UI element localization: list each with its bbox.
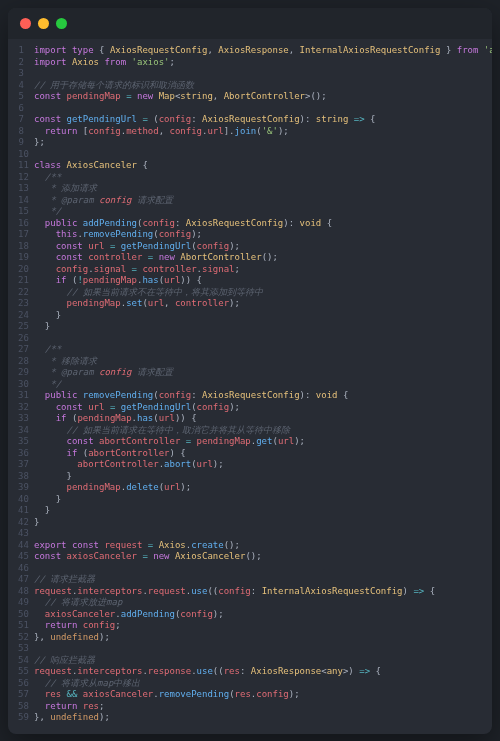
- line-number: 46: [18, 563, 24, 575]
- code-line: const url = getPendingUrl(config);: [34, 402, 492, 414]
- code-line: }: [34, 321, 492, 333]
- line-number: 23: [18, 298, 24, 310]
- line-number: 52: [18, 632, 24, 644]
- line-number: 1: [18, 45, 24, 57]
- code-line: }, undefined);: [34, 632, 492, 644]
- code-line: public removePending(config: AxiosReques…: [34, 390, 492, 402]
- code-line: [34, 103, 492, 115]
- code-line: */: [34, 206, 492, 218]
- line-number: 30: [18, 379, 24, 391]
- code-line: return [config.method, config.url].join(…: [34, 126, 492, 138]
- line-number: 6: [18, 103, 24, 115]
- close-icon[interactable]: [20, 18, 31, 29]
- line-number: 59: [18, 712, 24, 724]
- line-number: 28: [18, 356, 24, 368]
- line-number: 3: [18, 68, 24, 80]
- code-line: const pendingMap = new Map<string, Abort…: [34, 91, 492, 103]
- line-number: 53: [18, 643, 24, 655]
- code-line: [34, 68, 492, 80]
- line-number: 25: [18, 321, 24, 333]
- line-number: 55: [18, 666, 24, 678]
- line-number: 16: [18, 218, 24, 230]
- line-number: 14: [18, 195, 24, 207]
- editor: 1234567891011121314151617181920212223242…: [8, 39, 492, 734]
- line-number: 12: [18, 172, 24, 184]
- titlebar: [8, 8, 492, 39]
- line-number: 34: [18, 425, 24, 437]
- line-number: 29: [18, 367, 24, 379]
- code-line: if (pendingMap.has(url)) {: [34, 413, 492, 425]
- code-line: }, undefined);: [34, 712, 492, 724]
- code-line: import Axios from 'axios';: [34, 57, 492, 69]
- line-number: 51: [18, 620, 24, 632]
- code-line: if (abortController) {: [34, 448, 492, 460]
- line-number: 5: [18, 91, 24, 103]
- code-line: [34, 643, 492, 655]
- minimize-icon[interactable]: [38, 18, 49, 29]
- code-line: * 移除请求: [34, 356, 492, 368]
- line-number: 17: [18, 229, 24, 241]
- line-number: 54: [18, 655, 24, 667]
- line-number: 44: [18, 540, 24, 552]
- line-number: 27: [18, 344, 24, 356]
- code-line: // 将请求从map中移出: [34, 678, 492, 690]
- code-line: axiosCanceler.addPending(config);: [34, 609, 492, 621]
- line-number: 9: [18, 137, 24, 149]
- line-number: 2: [18, 57, 24, 69]
- code-line: this.removePending(config);: [34, 229, 492, 241]
- line-number: 49: [18, 597, 24, 609]
- code-line: }: [34, 471, 492, 483]
- line-number: 4: [18, 80, 24, 92]
- code-line: abortController.abort(url);: [34, 459, 492, 471]
- line-number: 38: [18, 471, 24, 483]
- line-number: 40: [18, 494, 24, 506]
- line-number: 10: [18, 149, 24, 161]
- code-line: if (!pendingMap.has(url)) {: [34, 275, 492, 287]
- code-line: public addPending(config: AxiosRequestCo…: [34, 218, 492, 230]
- line-number: 22: [18, 287, 24, 299]
- code-line: [34, 563, 492, 575]
- code-line: const axiosCanceler = new AxiosCanceler(…: [34, 551, 492, 563]
- line-number: 50: [18, 609, 24, 621]
- line-gutter: 1234567891011121314151617181920212223242…: [8, 45, 34, 724]
- line-number: 31: [18, 390, 24, 402]
- line-number: 19: [18, 252, 24, 264]
- code-line: const url = getPendingUrl(config);: [34, 241, 492, 253]
- code-line: // 如果当前请求在等待中，取消它并将其从等待中移除: [34, 425, 492, 437]
- code-line: * @param config 请求配置: [34, 195, 492, 207]
- code-line: request.interceptors.response.use((res: …: [34, 666, 492, 678]
- code-line: // 将请求放进map: [34, 597, 492, 609]
- line-number: 41: [18, 505, 24, 517]
- code-line: const abortController = pendingMap.get(u…: [34, 436, 492, 448]
- line-number: 33: [18, 413, 24, 425]
- line-number: 39: [18, 482, 24, 494]
- code-line: * 添加请求: [34, 183, 492, 195]
- code-line: pendingMap.set(url, controller);: [34, 298, 492, 310]
- line-number: 15: [18, 206, 24, 218]
- code-line: pendingMap.delete(url);: [34, 482, 492, 494]
- line-number: 20: [18, 264, 24, 276]
- code-line: };: [34, 137, 492, 149]
- code-line: export const request = Axios.create();: [34, 540, 492, 552]
- maximize-icon[interactable]: [56, 18, 67, 29]
- code-line: // 请求拦截器: [34, 574, 492, 586]
- code-line: request.interceptors.request.use((config…: [34, 586, 492, 598]
- line-number: 47: [18, 574, 24, 586]
- code-line: config.signal = controller.signal;: [34, 264, 492, 276]
- line-number: 32: [18, 402, 24, 414]
- code-line: }: [34, 505, 492, 517]
- line-number: 7: [18, 114, 24, 126]
- code-line: // 用于存储每个请求的标识和取消函数: [34, 80, 492, 92]
- line-number: 26: [18, 333, 24, 345]
- line-number: 58: [18, 701, 24, 713]
- code-line: import type { AxiosRequestConfig, AxiosR…: [34, 45, 492, 57]
- line-number: 8: [18, 126, 24, 138]
- code-line: }: [34, 517, 492, 529]
- line-number: 13: [18, 183, 24, 195]
- code-line: /**: [34, 172, 492, 184]
- code-line: */: [34, 379, 492, 391]
- line-number: 56: [18, 678, 24, 690]
- code-line: * @param config 请求配置: [34, 367, 492, 379]
- code-line: return config;: [34, 620, 492, 632]
- code-window: 1234567891011121314151617181920212223242…: [8, 8, 492, 734]
